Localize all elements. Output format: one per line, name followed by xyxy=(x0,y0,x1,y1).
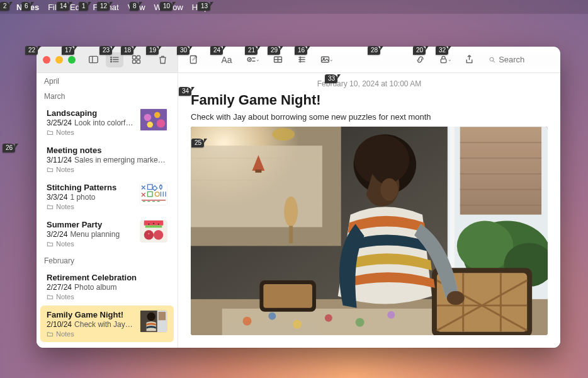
delete-note-button[interactable] xyxy=(154,52,171,67)
svg-rect-45 xyxy=(159,312,166,320)
format-button[interactable]: Aa xyxy=(216,52,237,67)
table-button[interactable] xyxy=(269,52,286,67)
search-icon xyxy=(489,55,496,64)
svg-rect-89 xyxy=(289,226,293,244)
titlebar: Aa ⌄ ⌄ ⌄ xyxy=(37,47,560,73)
note-item-title: Retirement Celebration xyxy=(47,273,167,282)
note-item-meta: 3/11/24Sales in emerging markets… xyxy=(47,156,167,164)
checklist-button[interactable]: ⌄ xyxy=(244,52,263,67)
menu-help[interactable]: Help xyxy=(192,3,209,12)
note-item-meta: 3/3/241 photo xyxy=(47,193,135,202)
note-item-thumbnail xyxy=(140,310,167,333)
traffic-lights xyxy=(43,56,76,64)
note-item-folder: Notes xyxy=(47,129,135,136)
svg-rect-10 xyxy=(132,60,135,63)
search-field[interactable] xyxy=(485,52,555,67)
svg-point-86 xyxy=(272,128,295,140)
section-header: March xyxy=(37,88,178,103)
menu-app[interactable]: Notes xyxy=(16,3,39,12)
svg-rect-54 xyxy=(460,127,541,214)
share-button[interactable] xyxy=(461,52,478,67)
note-item-meta: 3/25/24Look into colorfu… xyxy=(47,118,135,127)
note-item-meta: 2/10/24Check with Jay a… xyxy=(47,320,135,329)
svg-point-69 xyxy=(293,320,302,329)
svg-point-30 xyxy=(154,112,161,118)
gallery-view-button[interactable] xyxy=(127,52,145,67)
menu-view[interactable]: View xyxy=(128,3,145,12)
note-attached-image[interactable] xyxy=(191,127,548,335)
note-item-title: Family Game Night! xyxy=(47,310,135,319)
note-item-folder: Notes xyxy=(47,166,167,173)
note-item-folder: Notes xyxy=(47,240,135,248)
svg-point-72 xyxy=(387,311,395,319)
list-view-button[interactable] xyxy=(106,52,123,67)
note-list-item[interactable]: Summer Party3/2/24Menu planningNotes xyxy=(40,215,174,252)
svg-point-29 xyxy=(144,114,151,121)
minimize-button[interactable] xyxy=(55,56,63,64)
note-item-thumbnail xyxy=(140,183,167,205)
svg-point-88 xyxy=(284,197,298,227)
svg-rect-25 xyxy=(441,59,446,63)
svg-point-26 xyxy=(490,57,494,61)
note-timestamp: February 10, 2024 at 10:00 AM xyxy=(178,73,560,92)
link-button[interactable] xyxy=(412,52,429,67)
svg-point-37 xyxy=(148,224,149,225)
svg-rect-0 xyxy=(89,56,98,62)
svg-point-71 xyxy=(356,318,365,327)
svg-rect-9 xyxy=(137,56,140,59)
notes-window: Aa ⌄ ⌄ ⌄ xyxy=(37,47,560,348)
svg-point-31 xyxy=(157,119,165,127)
svg-rect-87 xyxy=(255,169,261,173)
svg-point-6 xyxy=(110,59,111,60)
lock-button[interactable]: ⌄ xyxy=(436,52,455,67)
toggle-sidebar-button[interactable] xyxy=(84,52,102,67)
align-button[interactable] xyxy=(293,52,310,67)
section-header: February xyxy=(37,253,178,268)
media-button[interactable]: ⌄ xyxy=(317,52,337,67)
svg-point-67 xyxy=(243,317,252,326)
svg-rect-8 xyxy=(132,56,135,59)
section-header: April xyxy=(37,73,178,88)
menubar: Notes File Edit Format View Window Help xyxy=(0,0,588,14)
svg-point-70 xyxy=(325,314,332,322)
menu-edit[interactable]: Edit xyxy=(70,3,84,12)
svg-point-41 xyxy=(154,230,163,239)
svg-rect-81 xyxy=(263,284,312,308)
note-list-item[interactable]: Landscaping3/25/24Look into colorfu…Note… xyxy=(40,104,174,140)
note-item-title: Summer Party xyxy=(47,220,135,229)
note-item-meta: 3/2/24Menu planning xyxy=(47,230,135,239)
close-button[interactable] xyxy=(43,56,50,64)
note-item-title: Meeting notes xyxy=(47,146,167,155)
svg-point-85 xyxy=(447,291,465,305)
svg-point-68 xyxy=(268,312,276,320)
note-body-text[interactable]: Check with Jay about borrowing some new … xyxy=(178,112,560,127)
note-item-folder: Notes xyxy=(47,203,135,210)
svg-point-42 xyxy=(148,233,149,234)
svg-point-84 xyxy=(380,178,398,201)
notes-list: AprilMarchLandscaping3/25/24Look into co… xyxy=(37,73,178,348)
note-list-item[interactable]: Meeting notes3/11/24Sales in emerging ma… xyxy=(40,141,174,178)
note-item-folder: Notes xyxy=(47,330,135,338)
svg-point-7 xyxy=(110,61,111,62)
svg-point-40 xyxy=(144,230,154,239)
svg-point-5 xyxy=(110,57,111,58)
svg-point-39 xyxy=(158,224,159,225)
menu-format[interactable]: Format xyxy=(93,3,118,12)
note-list-item[interactable]: Retirement Celebration2/27/24Photo album… xyxy=(40,268,174,305)
svg-point-32 xyxy=(147,122,153,128)
note-item-title: Landscaping xyxy=(47,108,135,118)
svg-point-83 xyxy=(354,135,410,185)
svg-line-27 xyxy=(493,60,494,62)
zoom-button[interactable] xyxy=(68,56,76,64)
note-item-meta: 2/27/24Photo album xyxy=(47,283,167,292)
note-item-title: Stitching Patterns xyxy=(47,183,135,192)
svg-point-46 xyxy=(147,312,155,321)
menu-window[interactable]: Window xyxy=(154,3,183,12)
note-title[interactable]: Family Game Night! xyxy=(178,92,560,112)
menu-file[interactable]: File xyxy=(48,3,61,12)
note-list-item[interactable]: Family Game Night!2/10/24Check with Jay … xyxy=(40,306,174,342)
note-content: February 10, 2024 at 10:00 AM Family Gam… xyxy=(178,73,560,348)
new-note-button[interactable] xyxy=(184,52,202,67)
search-input[interactable] xyxy=(499,55,550,64)
note-list-item[interactable]: Stitching Patterns3/3/241 photoNotes xyxy=(40,178,174,215)
